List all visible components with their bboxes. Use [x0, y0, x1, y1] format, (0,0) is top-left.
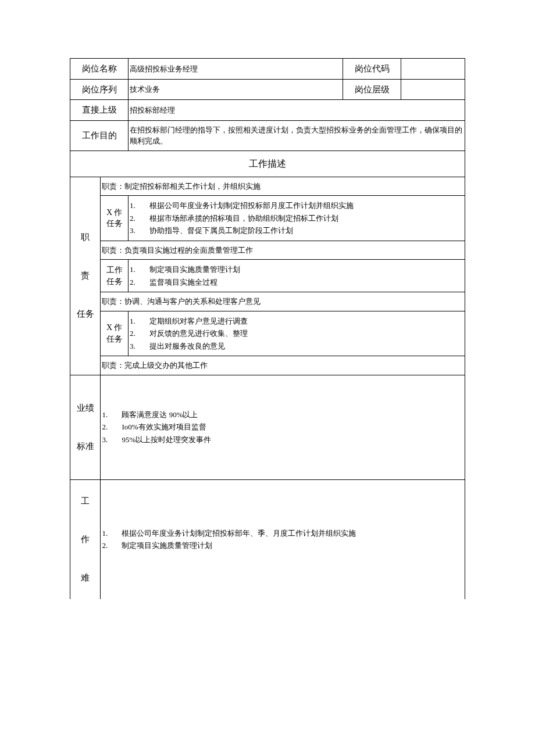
- row-position-name: 岗位名称 高级招投标业务经理 岗位代码: [70, 59, 465, 80]
- duty-1-task-3: 协助指导、督促下属员工制定阶段工作计划: [149, 225, 293, 237]
- row-performance: 业绩 标准 1.顾客满意度达 90%以上 2.Io0%有效实施对项目监督 3.9…: [70, 375, 465, 479]
- duty-3-task-list: 1.定期组织对客户意见进行调查 2.对反馈的意见进行收集、整理 3.提出对服务改…: [129, 311, 465, 356]
- duty-row-3-tasks: X 作任务 1.定期组织对客户意见进行调查 2.对反馈的意见进行收集、整理 3.…: [70, 311, 465, 356]
- duty-2-task-1: 制定项目实施质量管理计划: [149, 264, 240, 275]
- position-series-value: 技术业务: [129, 79, 343, 100]
- work-purpose-value: 在招投标部门经理的指导下，按照相关进度计划，负责大型招投标业务的全面管理工作，确…: [129, 120, 465, 151]
- row-difficulty: 工 作 难 1.根据公司年度业务计划制定招投标部年、季、月度工作计划并组织实施 …: [70, 479, 465, 599]
- position-level-value: [401, 79, 465, 100]
- direct-superior-label: 直接上级: [70, 100, 129, 121]
- duty-1-task-2: 根据市场部承揽的招标项目，协助组织制定招标工作计划: [149, 213, 338, 224]
- performance-label: 业绩 标准: [70, 375, 101, 479]
- duty-row-3: 职责：协调、沟通与客户的关系和处理客户意见: [70, 292, 465, 311]
- difficulty-label: 工 作 难: [70, 479, 101, 599]
- duty-3-task-3: 提出对服务改良的意见: [149, 341, 225, 352]
- duty-3-task-1: 定期组织对客户意见进行调查: [149, 316, 248, 327]
- difficulty-item-2: 制定项目实施质量管理计划: [122, 540, 212, 551]
- performance-item-3: 95%以上按时处理突发事件: [122, 434, 211, 446]
- duty-2-task-2: 监督项目实施全过程: [149, 277, 217, 288]
- duty-1-title: 职责：制定招投标部相关工作计划，并组织实施: [101, 177, 465, 196]
- row-position-series: 岗位序列 技术业务 岗位层级: [70, 79, 465, 100]
- difficulty-list: 1.根据公司年度业务计划制定招投标部年、季、月度工作计划并组织实施 2.制定项目…: [101, 479, 465, 599]
- section-title: 工作描述: [70, 151, 465, 177]
- row-section-header: 工作描述: [70, 151, 465, 177]
- duty-3-task-label: X 作任务: [101, 311, 129, 356]
- work-purpose-label: 工作目的: [70, 120, 129, 151]
- duty-3-task-2: 对反馈的意见进行收集、整理: [149, 328, 248, 339]
- performance-item-1: 顾客满意度达 90%以上: [122, 409, 198, 421]
- position-series-label: 岗位序列: [70, 79, 129, 100]
- position-code-label: 岗位代码: [343, 59, 401, 80]
- duty-row-4: 职责：完成上级交办的其他工作: [70, 356, 465, 375]
- duty-2-title: 职责：负责项目实施过程的全面质量管理工作: [101, 241, 465, 260]
- performance-list: 1.顾客满意度达 90%以上 2.Io0%有效实施对项目监督 3.95%以上按时…: [101, 375, 465, 479]
- duties-label: 职 责 任务: [70, 177, 101, 375]
- duty-2-task-list: 1.制定项目实施质量管理计划 2.监督项目实施全过程: [129, 260, 465, 292]
- performance-item-2: Io0%有效实施对项目监督: [122, 421, 206, 433]
- duty-2-task-label: 工作任务: [101, 260, 129, 292]
- row-work-purpose: 工作目的 在招投标部门经理的指导下，按照相关进度计划，负责大型招投标业务的全面管…: [70, 120, 465, 151]
- duty-row-1: 职 责 任务 职责：制定招投标部相关工作计划，并组织实施: [70, 177, 465, 196]
- row-direct-superior: 直接上级 招投标部经理: [70, 100, 465, 121]
- duty-1-task-list: 1.根据公司年度业务计划制定招投标部月度工作计划并组织实施 2.根据市场部承揽的…: [129, 196, 465, 241]
- direct-superior-value: 招投标部经理: [129, 100, 465, 121]
- duty-row-1-tasks: X 作任务 1.根据公司年度业务计划制定招投标部月度工作计划并组织实施 2.根据…: [70, 196, 465, 241]
- duty-1-task-label: X 作任务: [101, 196, 129, 241]
- duty-row-2-tasks: 工作任务 1.制定项目实施质量管理计划 2.监督项目实施全过程: [70, 260, 465, 292]
- duty-row-2: 职责：负责项目实施过程的全面质量管理工作: [70, 241, 465, 260]
- duty-4-title: 职责：完成上级交办的其他工作: [101, 356, 465, 375]
- duty-1-task-1: 根据公司年度业务计划制定招投标部月度工作计划并组织实施: [149, 200, 354, 212]
- difficulty-item-1: 根据公司年度业务计划制定招投标部年、季、月度工作计划并组织实施: [122, 528, 356, 539]
- job-description-table: 岗位名称 高级招投标业务经理 岗位代码 岗位序列 技术业务 岗位层级 直接上级 …: [70, 58, 465, 599]
- position-code-value: [401, 59, 465, 80]
- position-level-label: 岗位层级: [343, 79, 401, 100]
- position-name-label: 岗位名称: [70, 59, 129, 80]
- duty-3-title: 职责：协调、沟通与客户的关系和处理客户意见: [101, 292, 465, 311]
- position-name-value: 高级招投标业务经理: [129, 59, 343, 80]
